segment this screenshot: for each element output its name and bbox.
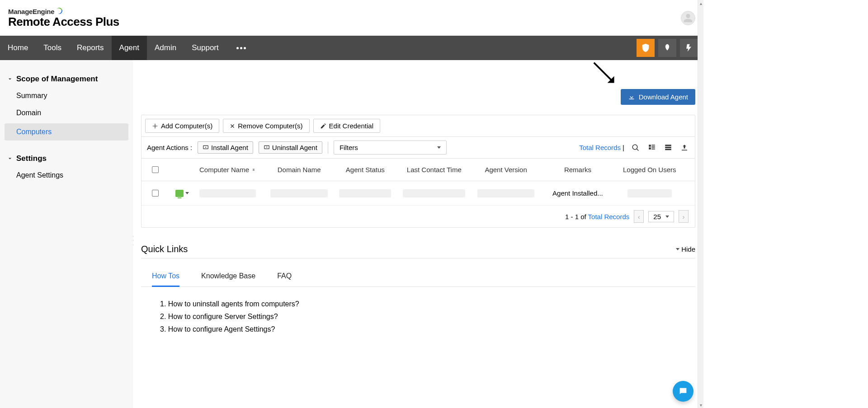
user-avatar[interactable] <box>681 11 695 25</box>
brand-vendor-label: ManageEngine <box>8 8 54 15</box>
redacted-text <box>339 189 391 197</box>
sidebar-item-domain[interactable]: Domain <box>0 104 133 122</box>
export-icon <box>680 144 689 152</box>
table-row[interactable]: Agent Installed... <box>142 181 695 206</box>
chevron-down-icon <box>665 216 669 218</box>
total-records-link[interactable]: Total Records <box>579 144 621 151</box>
add-computer-label: Add Computer(s) <box>161 122 212 130</box>
th-agent-version[interactable]: Agent Version <box>472 166 540 174</box>
content: Download Agent Add Computer(s) Remove Co… <box>133 60 703 408</box>
table-footer: 1 - 1 of Total Records ‹ 25 › <box>142 206 695 227</box>
chevron-down-icon <box>676 248 679 250</box>
install-agent-label: Install Agent <box>211 144 248 151</box>
sidebar-item-computers[interactable]: Computers <box>5 123 128 141</box>
download-agent-button[interactable]: Download Agent <box>621 89 695 105</box>
th-remarks[interactable]: Remarks <box>540 166 615 174</box>
nav-home[interactable]: Home <box>0 36 36 60</box>
vertical-scrollbar[interactable]: ▴ ▾ <box>698 0 703 408</box>
uninstall-icon <box>264 145 270 151</box>
chat-bubble-button[interactable] <box>673 381 693 402</box>
filters-dropdown[interactable]: Filters <box>334 141 447 155</box>
pencil-icon <box>320 123 326 129</box>
remove-computer-label: Remove Computer(s) <box>238 122 302 130</box>
top-nav-right <box>637 36 703 60</box>
svg-line-0 <box>594 63 613 81</box>
quicklinks-header: Quick Links Hide <box>141 244 695 258</box>
remove-computer-button[interactable]: Remove Computer(s) <box>223 119 309 133</box>
prev-page-button[interactable]: ‹ <box>634 210 644 223</box>
computers-panel: Add Computer(s) Remove Computer(s) Edit … <box>141 115 695 228</box>
th-computer-name-label: Computer Name <box>199 166 249 174</box>
edit-credential-button[interactable]: Edit Credential <box>313 119 380 133</box>
sidebar-resize-handle[interactable] <box>133 235 135 248</box>
per-page-value: 25 <box>653 213 661 220</box>
total-records-footer-link[interactable]: Total Records <box>588 213 630 220</box>
ql-tab-faq[interactable]: FAQ <box>277 268 292 286</box>
table-view-button[interactable] <box>663 143 673 153</box>
row-checkbox[interactable] <box>152 190 159 197</box>
ql-item[interactable]: 2. How to configure Server Settings? <box>160 310 676 323</box>
agent-actions-label: Agent Actions : <box>147 144 192 151</box>
select-all-checkbox[interactable] <box>152 166 159 173</box>
page-range: 1 - 1 of <box>565 213 588 220</box>
install-agent-button[interactable]: Install Agent <box>198 141 253 154</box>
th-computer-name[interactable]: Computer Name ▲▼ <box>196 166 264 174</box>
nav-support[interactable]: Support <box>184 36 226 60</box>
chevron-down-icon <box>7 156 13 161</box>
search-button[interactable] <box>631 143 641 153</box>
nav-tools[interactable]: Tools <box>36 36 69 60</box>
ql-item[interactable]: 1. How to uninstall agents from computer… <box>160 298 676 310</box>
ql-tab-howtos[interactable]: How Tos <box>152 268 179 287</box>
download-icon <box>628 94 635 101</box>
download-agent-label: Download Agent <box>639 93 688 101</box>
brand-vendor: ManageEngine <box>8 8 119 15</box>
brand-text: ManageEngine Remote Access Plus <box>8 8 119 28</box>
nav-bolt-icon[interactable] <box>680 39 698 57</box>
hide-toggle[interactable]: Hide <box>674 245 695 253</box>
add-computer-button[interactable]: Add Computer(s) <box>145 119 219 133</box>
plus-icon <box>152 123 158 129</box>
nav-reports[interactable]: Reports <box>69 36 112 60</box>
panel-actions: Agent Actions : Install Agent Uninstall … <box>142 136 695 158</box>
column-chooser-icon <box>648 144 656 152</box>
user-icon <box>683 13 693 23</box>
column-chooser-button[interactable] <box>647 143 657 153</box>
scroll-up-button[interactable]: ▴ <box>698 0 703 6</box>
ql-item[interactable]: 3. How to configure Agent Settings? <box>160 323 676 336</box>
redacted-text <box>477 189 534 197</box>
quicklinks-title: Quick Links <box>141 244 188 254</box>
sidebar-group-scope[interactable]: Scope of Management <box>0 71 133 87</box>
row-status-icon-cell[interactable] <box>169 190 196 197</box>
next-page-button[interactable]: › <box>679 210 689 223</box>
sidebar-item-summary[interactable]: Summary <box>0 87 133 104</box>
th-last-contact[interactable]: Last Contact Time <box>397 166 472 174</box>
per-page-dropdown[interactable]: 25 <box>648 211 674 222</box>
export-button[interactable] <box>679 143 689 153</box>
quicklinks-list: 1. How to uninstall agents from computer… <box>141 287 695 347</box>
redacted-text <box>403 189 465 197</box>
scroll-down-button[interactable]: ▾ <box>698 402 703 408</box>
chevron-down-icon <box>185 192 189 194</box>
sidebar-item-agent-settings[interactable]: Agent Settings <box>0 167 133 184</box>
brand-bar: ManageEngine Remote Access Plus <box>0 0 703 36</box>
chat-icon <box>678 386 688 396</box>
nav-more[interactable] <box>226 36 256 60</box>
th-domain-name[interactable]: Domain Name <box>264 166 333 174</box>
sidebar-group-settings[interactable]: Settings <box>0 150 133 167</box>
top-nav-left: Home Tools Reports Agent Admin Support <box>0 36 256 60</box>
nav-security-icon[interactable] <box>637 39 655 57</box>
th-logged-on[interactable]: Logged On Users <box>615 166 684 174</box>
nav-agent[interactable]: Agent <box>112 36 147 60</box>
uninstall-agent-button[interactable]: Uninstall Agent <box>259 141 322 154</box>
brand-product: Remote Access Plus <box>8 15 119 28</box>
install-icon <box>203 145 209 151</box>
monitor-icon <box>175 190 184 197</box>
ql-tab-kb[interactable]: Knowledge Base <box>201 268 255 286</box>
th-agent-status[interactable]: Agent Status <box>334 166 397 174</box>
computers-table: Computer Name ▲▼ Domain Name Agent Statu… <box>142 158 695 227</box>
nav-rocket-icon[interactable] <box>658 39 676 57</box>
nav-admin[interactable]: Admin <box>147 36 184 60</box>
top-nav: Home Tools Reports Agent Admin Support <box>0 36 703 60</box>
annotation-arrow-icon <box>592 61 618 86</box>
chevron-down-icon <box>7 76 13 82</box>
